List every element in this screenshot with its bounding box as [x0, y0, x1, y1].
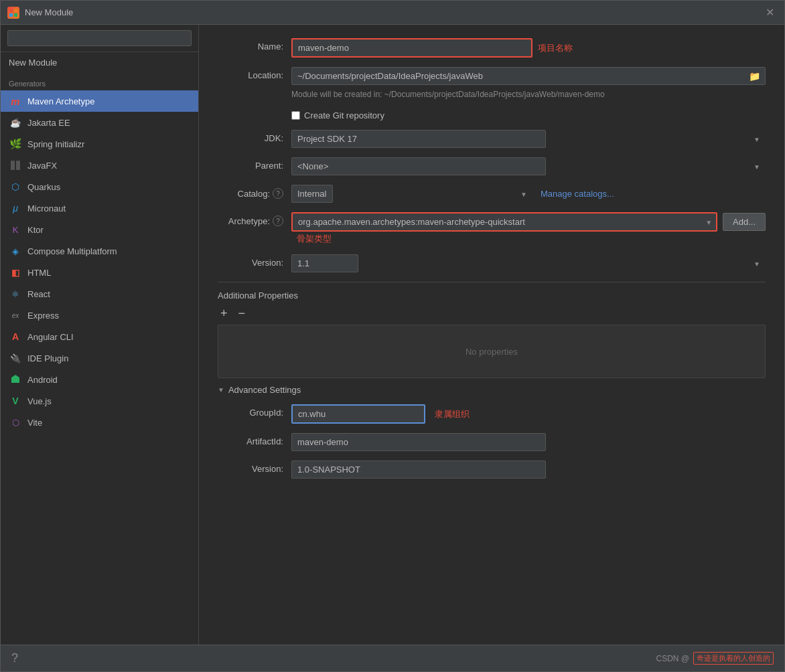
help-button[interactable]: ?: [11, 651, 18, 665]
sidebar-item-angular[interactable]: A Angular CLI: [1, 326, 198, 347]
sidebar-item-jakarta-ee[interactable]: ☕ Jakarta EE: [1, 112, 198, 133]
archetype-dropdown-arrow[interactable]: ▼: [705, 218, 712, 226]
artifactid-row: ArtifactId:: [218, 433, 766, 451]
sidebar-item-express[interactable]: ex Express: [1, 305, 198, 326]
sidebar-item-ide-plugin[interactable]: 🔌 IDE Plugin: [1, 347, 198, 369]
archetype-input[interactable]: [291, 212, 717, 232]
archetype-row: Archetype: ? ▼ Add...: [218, 212, 766, 245]
manage-catalogs-link[interactable]: Manage catalogs...: [541, 189, 614, 199]
generators-label: Generators: [1, 73, 198, 90]
sidebar-item-label: Express: [27, 311, 59, 321]
search-input[interactable]: [7, 30, 192, 46]
groupid-input[interactable]: [291, 404, 425, 424]
location-wrapper: 📁: [291, 67, 766, 85]
micronaut-icon: μ: [9, 201, 22, 215]
adv-version-control: [291, 460, 766, 479]
add-button[interactable]: Add...: [723, 213, 766, 231]
parent-select[interactable]: <None>: [291, 157, 546, 175]
sidebar-item-ktor[interactable]: K Ktor: [1, 219, 198, 240]
parent-control: <None> ▼: [291, 157, 766, 175]
sidebar-item-spring-initializr[interactable]: 🌿 Spring Initializr: [1, 133, 198, 155]
sidebar-item-vuejs[interactable]: V Vue.js: [1, 390, 198, 412]
catalog-arrow-icon: ▼: [520, 190, 527, 197]
section-divider: [218, 282, 766, 282]
sidebar-item-label: Angular CLI: [27, 332, 74, 342]
artifactid-input[interactable]: [291, 433, 546, 451]
add-prop-button[interactable]: +: [218, 306, 230, 321]
jdk-control: Project SDK 17 ▼: [291, 130, 766, 148]
archetype-input-wrapper: ▼: [291, 212, 717, 232]
ide-plugin-icon: 🔌: [9, 351, 22, 365]
sidebar-item-javafx[interactable]: JavaFX: [1, 155, 198, 176]
adv-version-label: Version:: [218, 460, 291, 474]
archetype-help-icon[interactable]: ?: [273, 216, 283, 226]
android-icon: [9, 373, 22, 386]
sidebar-item-label: React: [27, 289, 50, 299]
adv-version-row: Version:: [218, 460, 766, 479]
main-content: Name: 项目名称 Location: 📁 Module will be: [199, 25, 784, 645]
artifactid-control: [291, 433, 766, 451]
sidebar-item-compose[interactable]: ◈ Compose Multiplatform: [1, 240, 198, 262]
folder-icon[interactable]: 📁: [749, 71, 760, 82]
sidebar-item-label: Micronaut: [27, 203, 66, 214]
sidebar-item-label: HTML: [27, 268, 51, 278]
version-row: Version: 1.1 ▼: [218, 254, 766, 272]
sidebar-item-react[interactable]: ⚛ React: [1, 283, 198, 305]
location-label: Location:: [218, 67, 291, 80]
location-input[interactable]: [291, 67, 766, 85]
create-git-checkbox[interactable]: [291, 111, 300, 120]
additional-properties-section: Additional Properties + − No properties: [218, 290, 766, 378]
version-label: Version:: [218, 254, 291, 268]
sidebar-item-label: Spring Initializr: [27, 139, 84, 149]
git-control: Create Git repository: [291, 110, 766, 120]
react-icon: ⚛: [9, 287, 22, 301]
create-git-checkbox-row: Create Git repository: [291, 110, 766, 120]
location-row: Location: 📁 Module will be created in: ~…: [218, 67, 766, 101]
groupid-annotation: 隶属组织: [435, 408, 470, 420]
archetype-label: Archetype: ?: [218, 212, 291, 226]
new-module-dialog: New Module ✕ New Module Generators m Mav…: [0, 0, 785, 672]
jdk-row: JDK: Project SDK 17 ▼: [218, 130, 766, 148]
no-properties-text: No properties: [466, 347, 518, 357]
git-spacer: [218, 110, 291, 114]
bottom-bar: ? CSDN @ 奇迹是执着的人创造的: [1, 645, 784, 671]
sidebar-item-android[interactable]: Android: [1, 369, 198, 390]
jdk-select-container: Project SDK 17 ▼: [291, 130, 766, 148]
dialog-content: New Module Generators m Maven Archetype …: [1, 25, 784, 645]
sidebar-item-label: Vue.js: [27, 396, 52, 406]
catalog-help-icon[interactable]: ?: [273, 188, 283, 199]
sidebar-item-micronaut[interactable]: μ Micronaut: [1, 197, 198, 219]
csdn-watermark: CSDN @ 奇迹是执着的人创造的: [656, 652, 774, 665]
sidebar-item-maven-archetype[interactable]: m Maven Archetype: [1, 90, 198, 112]
groupid-row: GroupId: 隶属组织: [218, 404, 766, 424]
advanced-settings-title[interactable]: ▼ Advanced Settings: [218, 385, 766, 395]
version-select[interactable]: 1.1: [291, 254, 358, 272]
remove-prop-button[interactable]: −: [236, 306, 248, 321]
spring-icon: 🌿: [9, 137, 22, 151]
adv-version-input[interactable]: [291, 460, 546, 479]
parent-arrow-icon: ▼: [754, 163, 760, 170]
angular-icon: A: [9, 330, 22, 343]
name-input[interactable]: [291, 38, 532, 58]
sidebar-item-quarkus[interactable]: ⬡ Quarkus: [1, 176, 198, 197]
props-toolbar: + −: [218, 306, 766, 321]
jdk-select[interactable]: Project SDK 17: [291, 130, 546, 148]
sidebar-item-vite[interactable]: ⬡ Vite: [1, 412, 198, 433]
sidebar-item-label: Android: [27, 375, 58, 385]
sidebar-item-label: JavaFX: [27, 161, 57, 171]
archetype-control: ▼ Add... 骨架类型: [291, 212, 766, 245]
close-button[interactable]: ✕: [762, 5, 778, 21]
sidebar-item-label: Quarkus: [27, 182, 60, 192]
vite-icon: ⬡: [9, 416, 22, 429]
sidebar-item-html[interactable]: ◧ HTML: [1, 262, 198, 283]
csdn-badge: 奇迹是执着的人创造的: [693, 652, 774, 665]
parent-select-container: <None> ▼: [291, 157, 766, 175]
search-bar: [1, 25, 198, 52]
sidebar-new-module[interactable]: New Module: [1, 52, 198, 73]
sidebar-item-label: Maven Archetype: [27, 96, 94, 106]
title-bar: New Module ✕: [1, 1, 784, 25]
catalog-select[interactable]: Internal: [291, 185, 333, 203]
svg-rect-2: [9, 13, 13, 17]
sidebar-item-label: Ktor: [27, 225, 44, 235]
svg-rect-0: [9, 9, 13, 12]
